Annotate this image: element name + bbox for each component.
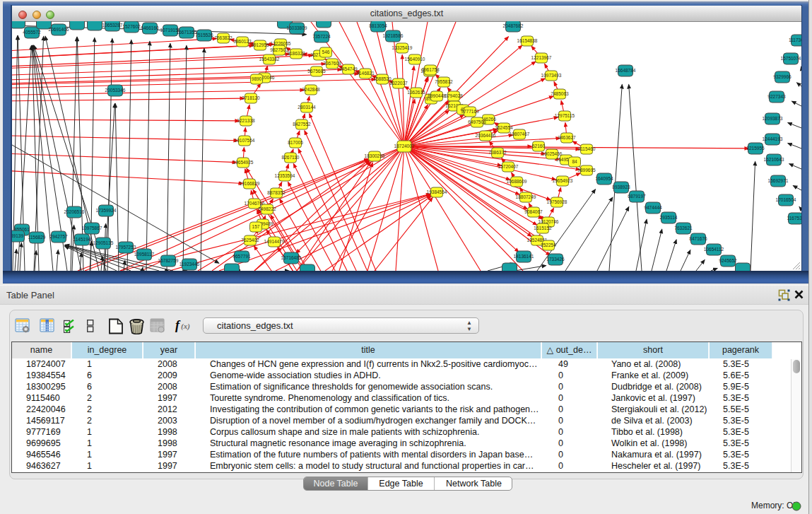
svg-text:16782759: 16782759 — [158, 258, 179, 263]
svg-text:157: 157 — [252, 224, 260, 229]
svg-text:20206516: 20206516 — [64, 209, 85, 214]
svg-text:7632621: 7632621 — [674, 226, 693, 230]
svg-text:7955812: 7955812 — [435, 79, 453, 84]
svg-text:9474444: 9474444 — [644, 205, 662, 210]
svg-text:19756928: 19756928 — [547, 199, 567, 204]
svg-text:9463627: 9463627 — [558, 135, 576, 140]
svg-text:1640954: 1640954 — [595, 176, 613, 181]
svg-text:16033809: 16033809 — [287, 25, 307, 30]
svg-text:8322037: 8322037 — [389, 81, 408, 86]
svg-text:7663822: 7663822 — [214, 35, 233, 40]
svg-text:14136141: 14136141 — [514, 254, 534, 259]
svg-text:1733426: 1733426 — [546, 257, 565, 262]
svg-text:12353594: 12353594 — [275, 173, 295, 178]
svg-text:19218586: 19218586 — [383, 33, 404, 38]
svg-text:10107554: 10107554 — [235, 138, 255, 143]
svg-text:9146821: 9146821 — [356, 71, 375, 76]
svg-text:15692971: 15692971 — [768, 178, 789, 183]
svg-text:9827503: 9827503 — [270, 47, 288, 52]
svg-text:9899695: 9899695 — [577, 168, 596, 173]
svg-text:1615152: 1615152 — [534, 226, 552, 230]
svg-text:19654923: 19654923 — [553, 178, 573, 183]
svg-text:16671355: 16671355 — [177, 30, 197, 35]
svg-text:15716485: 15716485 — [281, 255, 302, 260]
svg-text:16543382: 16543382 — [259, 57, 280, 62]
svg-text:16210643: 16210643 — [764, 157, 784, 162]
svg-text:11173044: 11173044 — [789, 37, 801, 42]
svg-text:1156829: 1156829 — [28, 235, 46, 240]
svg-text:20053346: 20053346 — [105, 88, 126, 93]
svg-text:10973493: 10973493 — [541, 73, 562, 78]
svg-text:10688609: 10688609 — [507, 179, 527, 184]
svg-text:8990448: 8990448 — [428, 93, 446, 98]
svg-text:8427552: 8427552 — [293, 122, 311, 127]
svg-text:16648784: 16648784 — [616, 68, 636, 73]
svg-text:1145194: 1145194 — [73, 237, 91, 242]
svg-text:252254: 252254 — [541, 243, 556, 247]
svg-text:9227343: 9227343 — [767, 94, 786, 99]
svg-text:10653287: 10653287 — [102, 23, 123, 28]
svg-text:10975867: 10975867 — [82, 226, 102, 230]
svg-text:1362615: 1362615 — [407, 90, 425, 95]
svg-text:18300295: 18300295 — [365, 153, 385, 158]
svg-text:18807249: 18807249 — [516, 194, 536, 199]
svg-text:6794028: 6794028 — [445, 93, 463, 98]
svg-text:16154838: 16154838 — [517, 38, 538, 43]
svg-text:20691406: 20691406 — [49, 27, 69, 32]
svg-text:1527602: 1527602 — [122, 24, 141, 29]
svg-text:7485063: 7485063 — [551, 91, 569, 96]
svg-text:17957253: 17957253 — [116, 245, 136, 250]
svg-text:8454749: 8454749 — [339, 66, 358, 71]
svg-text:12444193: 12444193 — [763, 136, 783, 141]
svg-text:1221338: 1221338 — [237, 118, 255, 123]
svg-text:546: 546 — [322, 49, 330, 54]
svg-text:10958117: 10958117 — [134, 252, 155, 257]
svg-text:5675685: 5675685 — [307, 69, 326, 74]
svg-text:5498222: 5498222 — [258, 206, 276, 211]
svg-text:817005: 817005 — [288, 140, 303, 145]
svg-text:19384554: 19384554 — [427, 189, 447, 194]
svg-text:9115460: 9115460 — [578, 146, 596, 151]
svg-text:11923446: 11923446 — [180, 262, 200, 267]
svg-text:18724007: 18724007 — [394, 144, 415, 148]
svg-text:9329966: 9329966 — [773, 74, 792, 79]
svg-text:17016504: 17016504 — [776, 197, 796, 202]
svg-text:8186328: 8186328 — [287, 51, 305, 56]
svg-text:12093873: 12093873 — [763, 116, 783, 121]
svg-text:7357224: 7357224 — [312, 34, 331, 39]
svg-text:13325419: 13325419 — [392, 45, 413, 50]
svg-text:6961758: 6961758 — [421, 67, 440, 72]
svg-text:3624554: 3624554 — [495, 125, 513, 130]
svg-text:6497508: 6497508 — [468, 119, 486, 124]
svg-text:8878352: 8878352 — [267, 190, 286, 195]
svg-text:12905135: 12905135 — [93, 240, 114, 245]
svg-text:6879197: 6879197 — [628, 194, 646, 199]
svg-text:2718120: 2718120 — [242, 95, 260, 100]
svg-text:20364436: 20364436 — [476, 133, 496, 138]
svg-text:2803144: 2803144 — [298, 105, 316, 110]
svg-text:7386372: 7386372 — [488, 150, 507, 155]
svg-text:2935114: 2935114 — [660, 215, 678, 220]
svg-text:15720407: 15720407 — [498, 164, 519, 169]
svg-text:10025456: 10025456 — [542, 151, 563, 156]
svg-text:9777169: 9777169 — [461, 109, 479, 114]
svg-text:f: f — [175, 318, 181, 332]
svg-text:20487682: 20487682 — [503, 23, 524, 28]
svg-text:8813054: 8813054 — [369, 23, 387, 28]
svg-text:6466160: 6466160 — [141, 25, 159, 30]
svg-text:15640910: 15640910 — [405, 57, 425, 62]
svg-text:9242848: 9242848 — [302, 87, 320, 92]
svg-text:7515526: 7515526 — [195, 33, 213, 37]
svg-text:15751074: 15751074 — [781, 56, 801, 61]
svg-text:10807467: 10807467 — [510, 132, 530, 136]
svg-text:39139: 39139 — [12, 233, 23, 238]
svg-text:9890: 9890 — [252, 76, 262, 81]
svg-text:19166829: 19166829 — [240, 181, 260, 186]
svg-text:7625402: 7625402 — [241, 238, 259, 243]
svg-text:(x): (x) — [181, 322, 190, 331]
svg-text:12975115: 12975115 — [555, 113, 575, 118]
svg-text:8267110: 8267110 — [282, 155, 300, 160]
svg-text:4055572: 4055572 — [23, 30, 41, 35]
svg-text:2367608: 2367608 — [323, 61, 341, 66]
svg-text:9860123: 9860123 — [233, 39, 252, 44]
